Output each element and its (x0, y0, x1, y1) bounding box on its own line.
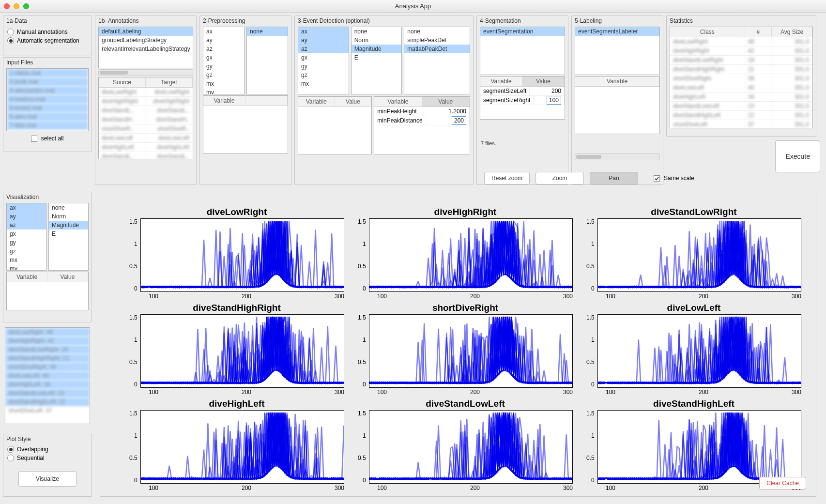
ed-norm-list[interactable]: none Norm Magnitude E (351, 27, 402, 94)
radio-auto[interactable]: Automatic segmentation (7, 36, 88, 45)
list-item[interactable]: mx (203, 79, 244, 88)
list-item[interactable]: 1-niklas.mat (7, 69, 88, 77)
plot-canvas[interactable] (140, 218, 344, 292)
list-item[interactable]: 7-felix.mat (7, 121, 88, 130)
select-all-row[interactable]: select all (3, 132, 92, 145)
seg-method-list[interactable]: eventSegmentation (480, 27, 565, 75)
list-item[interactable]: 2-jonik.mat (7, 77, 88, 86)
list-item[interactable]: 3-alessandro.mat (7, 86, 88, 95)
plot-canvas[interactable] (597, 218, 801, 292)
list-item[interactable]: my (203, 88, 244, 94)
list-item[interactable]: relevantIrrelevantLabelingStrategy (99, 45, 193, 53)
close-icon[interactable] (4, 3, 10, 9)
list-item[interactable]: ax (7, 203, 46, 212)
list-item[interactable]: diveStandHighRight: 21 (5, 354, 90, 363)
plot-canvas[interactable] (369, 410, 573, 484)
list-item[interactable]: my (7, 264, 46, 271)
radio-overlapping[interactable]: Overlapping (7, 445, 88, 454)
list-item[interactable]: E (49, 229, 88, 238)
radio-manual[interactable]: Manual annotations (7, 28, 88, 36)
preproc-params-table[interactable]: Variable (203, 95, 288, 153)
ed-table1[interactable]: VariableValue (298, 96, 372, 154)
scrollbar[interactable] (98, 69, 193, 76)
list-item[interactable]: shortDiveRight: 38 (5, 363, 90, 371)
seg-params-table[interactable]: VariableValue segmentSizeLeft200 segment… (480, 76, 565, 120)
signal-list[interactable]: ax ay az gx gy gz mx my mz (203, 27, 245, 94)
clear-cache-button[interactable]: Clear Cache (759, 477, 806, 489)
plot-canvas[interactable] (369, 314, 573, 388)
maximize-icon[interactable] (23, 3, 29, 9)
ed-detector-list[interactable]: none simplePeakDet matlabPeakDet (404, 27, 470, 94)
list-item[interactable]: none (49, 203, 88, 212)
list-item[interactable]: ay (7, 212, 46, 221)
list-item[interactable]: matlabPeakDet (404, 45, 470, 53)
checkbox-icon[interactable] (31, 136, 37, 142)
list-item[interactable]: ax (203, 27, 244, 36)
reset-zoom-button[interactable]: Reset zoom (484, 172, 530, 184)
list-item[interactable]: none (352, 27, 402, 36)
list-item[interactable]: simplePeakDet (404, 36, 470, 45)
plot-canvas[interactable] (597, 410, 801, 484)
list-item[interactable]: eventSegmentsLabeler (575, 27, 659, 36)
vis-params-table[interactable]: VariableValue (6, 272, 89, 310)
list-item[interactable]: 6-alex.mat (7, 112, 88, 121)
vis-signal-list[interactable]: ax ay az gx gy gz mx my mz (6, 203, 46, 271)
visualize-button[interactable]: Visualize (18, 471, 76, 487)
list-item[interactable]: none (247, 27, 288, 36)
list-item[interactable]: 5-lorenz.mat (7, 104, 88, 112)
list-item[interactable]: gz (298, 71, 349, 79)
list-item[interactable]: mx (298, 79, 349, 88)
strategy-list[interactable]: defaultLabeling groupedLabelingStrategy … (98, 27, 193, 68)
list-item[interactable]: gx (298, 53, 349, 62)
filter-list[interactable]: none (246, 27, 288, 94)
param-value[interactable]: 1.2000 (422, 107, 470, 116)
execute-button[interactable]: Execute (775, 140, 820, 172)
label-method-list[interactable]: eventSegmentsLabeler (575, 27, 660, 75)
pan-button[interactable]: Pan (590, 172, 638, 184)
zoom-button[interactable]: Zoom (535, 172, 584, 184)
list-item[interactable]: Magnitude (352, 45, 402, 53)
ed-table2[interactable]: VariableValue minPeakHeight1.2000 minPea… (374, 96, 470, 154)
list-item[interactable]: gx (7, 229, 46, 238)
list-item[interactable]: Magnitude (49, 221, 88, 229)
plot-canvas[interactable] (597, 314, 801, 388)
list-item[interactable]: diveStandLowRight: 19 (5, 345, 90, 354)
list-item[interactable]: E (352, 53, 402, 62)
list-item[interactable]: gy (7, 238, 46, 247)
list-item[interactable]: Norm (352, 36, 402, 45)
list-item[interactable]: gy (203, 62, 244, 71)
list-item[interactable]: diveLowRight: 46 (5, 328, 90, 336)
list-item[interactable]: diveStandLowLeft: 23 (5, 389, 90, 397)
plot-canvas[interactable] (140, 410, 344, 484)
list-item[interactable]: ax (298, 27, 349, 36)
list-item[interactable]: diveHighRight: 42 (5, 336, 90, 345)
list-item[interactable]: 4-markus.mat (7, 95, 88, 104)
vis-norm-list[interactable]: none Norm Magnitude E (48, 203, 89, 271)
label-params-table[interactable]: Variable (575, 76, 660, 134)
param-value[interactable]: 200 (426, 116, 470, 125)
same-scale-checkbox[interactable]: Same scale (654, 175, 694, 182)
list-item[interactable]: gx (203, 53, 244, 62)
input-files-list[interactable]: 1-niklas.mat 2-jonik.mat 3-alessandro.ma… (6, 68, 89, 131)
list-item[interactable]: mx (7, 256, 46, 264)
list-item[interactable]: az (298, 45, 349, 53)
list-item[interactable]: gy (298, 62, 349, 71)
ed-signal-list[interactable]: ax ay az gx gy gz mx (298, 27, 349, 94)
stats-table[interactable]: Class # Avg Size diveLowRight46301.0 div… (670, 27, 813, 128)
radio-sequential[interactable]: Sequential (7, 454, 88, 462)
list-item[interactable]: defaultLabeling (99, 27, 193, 36)
list-item[interactable]: diveHighLeft: 34 (5, 380, 90, 389)
list-item[interactable]: gz (7, 247, 46, 256)
list-item[interactable]: diveStandHighLeft: 22 (5, 397, 90, 406)
list-item[interactable]: ay (203, 36, 244, 45)
list-item[interactable]: none (404, 27, 470, 36)
list-item[interactable]: shortDiveLeft: 37 (5, 406, 90, 415)
scrollbar[interactable] (575, 153, 660, 160)
list-item[interactable]: az (203, 45, 244, 53)
plot-canvas[interactable] (140, 314, 344, 388)
annotation-map-table[interactable]: Source Target diveLowRightdiveLowRight d… (98, 77, 193, 159)
param-value[interactable]: 200 (530, 87, 565, 95)
list-item[interactable]: eventSegmentation (480, 27, 565, 36)
list-item[interactable]: diveLowLeft: 40 (5, 371, 90, 380)
minimize-icon[interactable] (14, 3, 19, 9)
